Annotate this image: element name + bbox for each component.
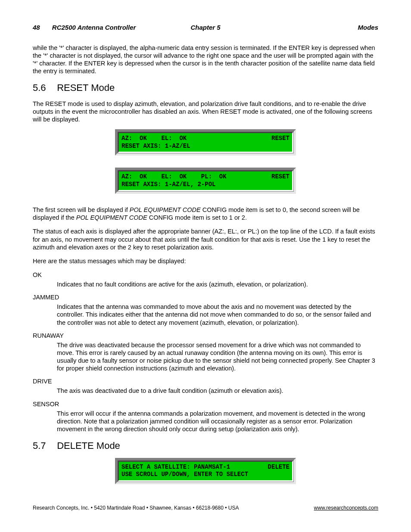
heading-title: RESET Mode [57,82,115,93]
footer-url-link[interactable]: www.researchconcepts.com [314,505,378,511]
status-sensor-term: SENSOR [33,400,378,408]
lcd1-line1-left: AZ: OK EL: OK [121,135,187,143]
reset-paragraph-1: The RESET mode is used to display azimut… [33,100,378,123]
status-jammed-def: Indicates that the antenna was commanded… [57,303,378,326]
product-name: RC2500 Antenna Controller [52,24,136,31]
page-footer: Research Concepts, Inc. • 5420 Martindal… [33,505,378,511]
status-ok-def: Indicates that no fault conditions are a… [57,280,378,288]
lcd-delete-line1-left: SELECT A SATELLITE: PANAMSAT-1 [121,464,230,471]
status-drive-def: The axis was deactivated due to a drive … [57,387,378,395]
pol-equipment-code-2: POL EQUIPMENT CODE [76,214,147,221]
status-ok-term: OK [33,271,378,279]
header-left: 48 RC2500 Antenna Controller [33,24,148,32]
lcd1-line1-right: RESET [271,135,290,143]
lcd-delete-line1-right: DELETE [268,464,290,471]
lcd2-line1-right: RESET [271,173,290,181]
page-header: 48 RC2500 Antenna Controller Chapter 5 M… [33,24,378,32]
lcd-screen-1: AZ: OK EL: OK RESET RESET AXIS: 1-AZ/EL [115,129,296,156]
heading-num: 5.6 [33,82,54,94]
header-chapter: Chapter 5 [148,24,263,32]
pol-equipment-code-1: POL EQUIPMENT CODE [130,206,201,213]
status-runaway-def: The drive was deactivated because the pr… [57,341,378,373]
page-number: 48 [33,24,40,31]
reset-paragraph-2: The first screen will be displayed if PO… [33,206,378,221]
footer-company: Research Concepts, Inc. • 5420 Martindal… [33,505,239,511]
lcd2-line2: RESET AXIS: 1-AZ/EL, 2-POL [121,181,215,189]
reset-paragraph-4: Here are the status messages which may b… [33,257,378,265]
page: 48 RC2500 Antenna Controller Chapter 5 M… [0,0,411,532]
lcd1-line2: RESET AXIS: 1-AZ/EL [121,143,190,150]
heading-delete-mode: 5.7 DELETE Mode [33,440,378,452]
heading-num: 5.7 [33,440,54,452]
lcd-delete-line2: USE SCROLL UP/DOWN, ENTER TO SELECT [121,471,248,479]
lcd-screen-delete: SELECT A SATELLITE: PANAMSAT-1 DELETE US… [115,458,296,484]
header-section: Modes [263,24,378,32]
reset-paragraph-3: The status of each axis is displayed aft… [33,227,378,251]
intro-paragraph: while the '*' character is displayed, th… [33,44,378,75]
heading-title: DELETE Mode [57,440,120,451]
lcd-screen-2: AZ: OK EL: OK PL: OK RESET RESET AXIS: 1… [115,168,296,194]
lcd2-line1-left: AZ: OK EL: OK PL: OK [121,173,227,181]
status-sensor-def: This error will occur if the antenna com… [57,410,378,433]
heading-reset-mode: 5.6 RESET Mode [33,82,378,94]
status-drive-term: DRIVE [33,377,378,385]
status-runaway-term: RUNAWAY [33,332,378,339]
status-jammed-term: JAMMED [33,293,378,301]
